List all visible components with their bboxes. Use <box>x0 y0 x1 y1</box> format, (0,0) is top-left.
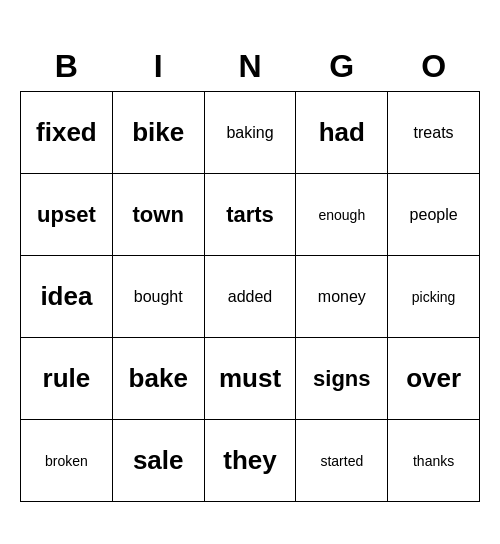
bingo-cell-3-1: bake <box>112 338 204 420</box>
bingo-cell-0-0: fixed <box>21 92 113 174</box>
bingo-cell-2-1: bought <box>112 256 204 338</box>
bingo-row-2: ideaboughtaddedmoneypicking <box>21 256 480 338</box>
bingo-cell-1-3: enough <box>296 174 388 256</box>
bingo-cell-4-1: sale <box>112 420 204 502</box>
bingo-cell-2-2: added <box>204 256 296 338</box>
bingo-cell-1-1: town <box>112 174 204 256</box>
bingo-row-0: fixedbikebakinghadtreats <box>21 92 480 174</box>
bingo-cell-2-3: money <box>296 256 388 338</box>
bingo-row-1: upsettowntartsenoughpeople <box>21 174 480 256</box>
bingo-cell-0-1: bike <box>112 92 204 174</box>
bingo-cell-1-0: upset <box>21 174 113 256</box>
bingo-cell-4-0: broken <box>21 420 113 502</box>
bingo-cell-3-0: rule <box>21 338 113 420</box>
bingo-body: fixedbikebakinghadtreatsupsettowntartsen… <box>21 92 480 502</box>
bingo-cell-3-4: over <box>388 338 480 420</box>
bingo-cell-3-2: must <box>204 338 296 420</box>
bingo-row-4: brokensaletheystartedthanks <box>21 420 480 502</box>
bingo-cell-0-3: had <box>296 92 388 174</box>
header-letter-B: B <box>21 42 113 92</box>
bingo-cell-0-4: treats <box>388 92 480 174</box>
bingo-header-row: BINGO <box>21 42 480 92</box>
bingo-cell-3-3: signs <box>296 338 388 420</box>
bingo-cell-4-3: started <box>296 420 388 502</box>
header-letter-N: N <box>204 42 296 92</box>
header-letter-I: I <box>112 42 204 92</box>
bingo-cell-2-0: idea <box>21 256 113 338</box>
header-letter-G: G <box>296 42 388 92</box>
bingo-card: BINGO fixedbikebakinghadtreatsupsettownt… <box>20 42 480 502</box>
header-letter-O: O <box>388 42 480 92</box>
bingo-cell-0-2: baking <box>204 92 296 174</box>
bingo-cell-1-4: people <box>388 174 480 256</box>
bingo-row-3: rulebakemustsignsover <box>21 338 480 420</box>
bingo-cell-4-4: thanks <box>388 420 480 502</box>
bingo-cell-2-4: picking <box>388 256 480 338</box>
bingo-cell-1-2: tarts <box>204 174 296 256</box>
bingo-cell-4-2: they <box>204 420 296 502</box>
